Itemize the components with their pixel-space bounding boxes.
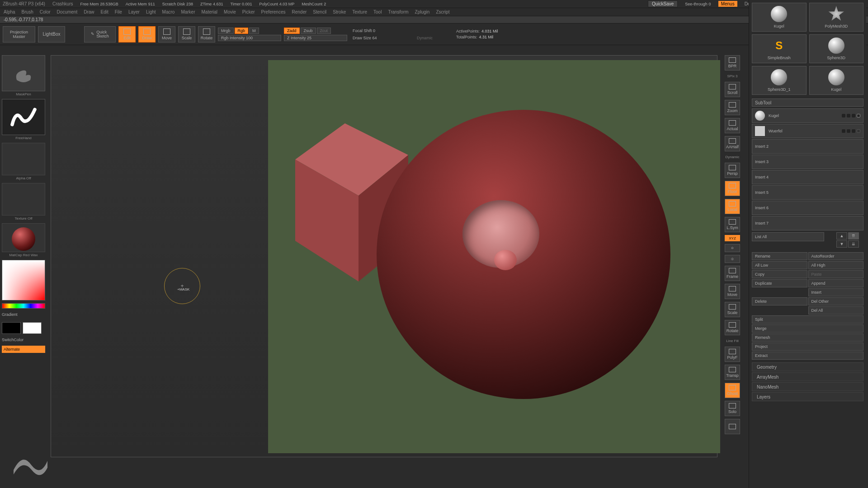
material-thumbnail[interactable] [2,223,45,252]
zcut-button[interactable]: Zcut [317,28,331,34]
persp-button[interactable]: Persp [725,163,740,178]
viewport[interactable]: + +MASK [51,55,717,457]
alternate-button[interactable]: Alternate [2,346,45,353]
transp-button[interactable]: Transp [725,365,740,380]
gradient-label[interactable]: Gradient [2,311,45,318]
bpr-button[interactable]: BPR [725,55,740,70]
merge-button[interactable]: Merge [752,324,863,333]
solo-button[interactable]: Solo [725,401,740,416]
panel-geometry[interactable]: Geometry [752,362,863,371]
projection-master-button[interactable]: ProjectionMaster [3,26,35,42]
menu-brush[interactable]: Brush [22,9,33,14]
spix-label[interactable]: SPix 3 [727,73,737,79]
menu-material[interactable]: Material [202,9,218,14]
move-up-icon[interactable]: ▲ [836,232,847,239]
move-mode-button[interactable]: Move [158,26,175,42]
delete-button[interactable]: Delete [752,297,807,305]
menu-preferences[interactable]: Preferences [261,9,286,14]
autoreorder-button[interactable]: AutoReorder [808,252,864,260]
swatch-black[interactable] [2,322,21,334]
project-button[interactable]: Project [752,343,863,351]
rotate-mode-button[interactable]: Rotate [198,26,215,42]
lightbox-button[interactable]: LightBox [38,26,65,42]
move-down-icon[interactable]: ▼ [836,240,847,248]
ghost-button[interactable]: Ghost [725,383,740,398]
subtool-row-3[interactable]: Insert 3 [752,155,863,169]
append-button[interactable]: Append [808,279,864,287]
delall-button[interactable]: Del All [808,306,864,314]
scale-nav-button[interactable]: Scale [725,302,740,317]
color-picker[interactable] [2,260,45,300]
scale-mode-button[interactable]: Scale [178,26,195,42]
scroll-button[interactable]: Scroll [725,82,740,97]
menu-draw[interactable]: Draw [84,9,94,14]
rgb-button[interactable]: Rgb [235,28,249,34]
edit-mode-button[interactable]: Edit [118,26,136,42]
menu-marker[interactable]: Marker [181,9,195,14]
rename-button[interactable]: Rename [752,252,807,260]
menu-stroke[interactable]: Stroke [333,9,346,14]
menu-light[interactable]: Light [146,9,156,14]
aahalf-button[interactable]: AAHalf [725,136,740,151]
texture-thumbnail[interactable] [2,183,45,216]
allhigh-button[interactable]: All High [808,261,864,269]
polyf-button[interactable]: PolyF [725,347,740,362]
menu-movie[interactable]: Movie [224,9,236,14]
swatch-white[interactable] [23,322,42,334]
split-button[interactable]: Split [752,315,863,324]
move-top-icon[interactable]: ⇈ [848,232,859,239]
xyz-button[interactable]: XYZ [725,235,740,241]
grid-icon[interactable] [725,419,740,434]
floor-button[interactable]: Floor [725,181,740,196]
menu-color[interactable]: Color [40,9,51,14]
switch-color[interactable]: SwitchColor [2,337,45,343]
menu-render[interactable]: Render [292,9,307,14]
subtool-row-kugel[interactable]: Kugel [752,108,863,123]
paste-button[interactable]: Paste [808,270,864,278]
copy-button[interactable]: Copy [752,270,807,278]
focal-shift-slider[interactable]: Focal Shift 0 [350,28,413,34]
draw-size-slider[interactable]: Draw Size 64 [350,35,413,41]
panel-layers[interactable]: Layers [752,392,863,401]
tool-kugel[interactable]: Kugel [752,3,807,32]
tool-sphere3d[interactable]: Sphere3D [809,34,864,63]
menu-zscript[interactable]: Zscript [436,9,449,14]
menu-layer[interactable]: Layer [128,9,140,14]
subtool-row-2[interactable]: Insert 2 [752,139,863,154]
menu-texture[interactable]: Texture [352,9,367,14]
alllow-button[interactable]: All Low [752,261,807,269]
menu-alpha[interactable]: Alpha [4,9,15,14]
rotate-nav-button[interactable]: Rotate [725,320,740,335]
fit-icon[interactable]: ◎ [725,255,740,263]
zoom-button[interactable]: Zoom [725,100,740,115]
subtool-row-4[interactable]: Insert 4 [752,170,863,184]
duplicate-button[interactable]: Duplicate [752,279,807,287]
menus-button[interactable]: Menus [718,1,737,7]
z-intensity-slider[interactable]: Z Intensity 25 [284,35,347,41]
m-button[interactable]: M [249,28,259,34]
subtool-header[interactable]: SubTool [752,99,863,107]
zadd-button[interactable]: Zadd [284,28,300,34]
subtool-row-6[interactable]: Insert 6 [752,201,863,215]
remesh-button[interactable]: Remesh [752,333,863,342]
subtool-row-5[interactable]: Insert 5 [752,185,863,200]
tool-polymesh[interactable]: PolyMesh3D [809,3,864,32]
tool-sphere3d1[interactable]: Sphere3D_1 [752,66,807,95]
menu-macro[interactable]: Macro [162,9,175,14]
menu-tool[interactable]: Tool [373,9,382,14]
rgb-intensity-slider[interactable]: Rgb Intensity 100 [218,35,281,41]
local-button[interactable]: Local [725,199,740,214]
tool-simplebrush[interactable]: SSimpleBrush [752,34,807,63]
zsub-button[interactable]: Zsub [301,28,316,34]
brush-thumbnail[interactable] [2,55,45,91]
move-bottom-icon[interactable]: ⇊ [848,240,859,248]
menu-edit[interactable]: Edit [101,9,108,14]
panel-nanomesh[interactable]: NanoMesh [752,382,863,391]
menu-transform[interactable]: Transform [388,9,408,14]
move-nav-button[interactable]: Move [725,284,740,299]
menu-file[interactable]: File [115,9,122,14]
menu-zplugin[interactable]: Zplugin [415,9,430,14]
menu-document[interactable]: Document [57,9,78,14]
stroke-thumbnail[interactable] [2,99,45,135]
alpha-thumbnail[interactable] [2,143,45,175]
